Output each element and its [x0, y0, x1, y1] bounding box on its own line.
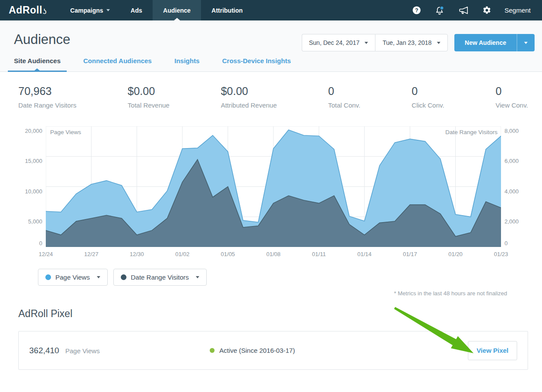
x-axis-tick-label: 01/23	[494, 251, 508, 257]
stat-value: 0	[496, 85, 528, 98]
pixel-status-text: Active (Since 2016-03-17)	[219, 347, 295, 354]
right-axis-labels: 8,0006,0004,0002,0000	[501, 126, 521, 247]
legend-label: Page Views	[55, 274, 90, 281]
nav-item-label: Attribution	[211, 7, 243, 14]
axis-tick-label: 8,000	[505, 128, 519, 134]
metrics-footnote: * Metrics in the last 48 hours are not f…	[20, 290, 507, 297]
nav-item-audience[interactable]: Audience	[153, 0, 201, 20]
axis-tick-label: 15,000	[25, 158, 42, 164]
adroll-logo[interactable]: AdRollʖ	[0, 0, 60, 20]
pixel-page-views-value: 362,410	[29, 346, 59, 355]
tab-label: Site Audiences	[14, 57, 61, 64]
tab-cross-device-insights[interactable]: Cross-Device Insights	[222, 57, 291, 71]
nav-item-label: Campaigns	[70, 7, 103, 14]
axis-tick-label: 4,000	[505, 188, 519, 195]
start-date-value: Sun, Dec 24, 2017	[309, 39, 360, 46]
pixel-page-views-label: Page Views	[65, 347, 100, 355]
nav-utilities: ? Segment	[412, 0, 542, 20]
tab-insights[interactable]: Insights	[174, 57, 200, 71]
chart-canvas	[46, 126, 501, 247]
active-tab-underline	[8, 71, 67, 72]
x-axis-labels: 12/2412/2712/3001/0201/0501/0801/1101/14…	[46, 247, 501, 258]
x-axis-tick-label: 01/14	[358, 251, 372, 257]
adroll-pixel-section: AdRoll Pixel 362,410 Page Views Active (…	[0, 297, 542, 370]
notifications-bell-icon[interactable]	[434, 5, 445, 16]
legend-page-views-dropdown[interactable]: Page Views	[38, 269, 108, 286]
pixel-status: Active (Since 2016-03-17)	[210, 347, 468, 354]
status-dot	[210, 348, 215, 353]
stat-total-revenue: $0.00 Total Revenue	[128, 85, 170, 109]
chevron-down-icon	[524, 42, 528, 44]
stat-value: 0	[412, 85, 444, 98]
settings-gear-icon[interactable]	[482, 6, 491, 15]
x-axis-tick-label: 01/02	[175, 251, 190, 257]
axis-tick-label: 20,000	[25, 128, 42, 134]
pixel-section-title: AdRoll Pixel	[18, 308, 528, 320]
stat-label: Attributed Revenue	[221, 101, 276, 109]
area-chart: 20,00015,00010,0005,0000 Page Views Date…	[20, 126, 521, 247]
stat-value: $0.00	[221, 85, 276, 98]
stat-label: Date Range Visitors	[18, 101, 76, 109]
x-axis-tick-label: 12/24	[39, 251, 53, 257]
axis-tick-label: 0	[505, 240, 508, 247]
chevron-down-icon	[437, 42, 440, 44]
pixel-page-views: 362,410 Page Views	[29, 346, 210, 355]
axis-tick-label: 6,000	[505, 158, 519, 164]
announcements-megaphone-icon[interactable]	[458, 5, 469, 16]
axis-tick-label: 0	[39, 240, 42, 247]
end-date-value: Tue, Jan 23, 2018	[382, 39, 431, 46]
axis-tick-label: 5,000	[28, 218, 42, 225]
tab-connected-audiences[interactable]: Connected Audiences	[83, 57, 152, 71]
nav-item-label: Audience	[163, 7, 191, 14]
end-date-picker[interactable]: Tue, Jan 23, 2018	[375, 34, 447, 51]
stat-total-conv: 0 Total Conv.	[328, 85, 360, 109]
account-name[interactable]: Segment	[505, 7, 531, 14]
nav-item-ads[interactable]: Ads	[120, 0, 153, 20]
chart-plot-area: Page Views Date Range Visitors	[46, 126, 501, 247]
stat-attributed-revenue: $0.00 Attributed Revenue	[221, 85, 276, 109]
page-header: Audience Sun, Dec 24, 2017 Tue, Jan 23, …	[0, 20, 542, 72]
nav-item-campaigns[interactable]: Campaigns	[60, 0, 120, 20]
tab-label: Connected Audiences	[83, 57, 152, 64]
tab-label: Cross-Device Insights	[222, 57, 291, 64]
x-axis-tick-label: 12/30	[130, 251, 144, 257]
primary-nav-items: Campaigns Ads Audience Attribution	[60, 0, 253, 20]
summary-stats-row: 70,963 Date Range Visitors $0.00 Total R…	[0, 72, 542, 120]
adroll-logo-text: AdRoll	[9, 4, 42, 16]
x-axis-tick-label: 01/05	[221, 251, 235, 257]
stat-view-conv: 0 View Conv.	[496, 85, 528, 109]
svg-text:?: ?	[415, 7, 419, 14]
date-range-picker: Sun, Dec 24, 2017 Tue, Jan 23, 2018	[302, 34, 448, 51]
new-audience-dropdown-button[interactable]	[517, 34, 535, 51]
start-date-picker[interactable]: Sun, Dec 24, 2017	[302, 34, 375, 51]
nav-item-label: Ads	[131, 7, 142, 14]
new-audience-button[interactable]: New Audience	[454, 34, 517, 51]
chevron-down-icon	[196, 276, 199, 278]
left-axis-labels: 20,00015,00010,0005,0000	[20, 126, 46, 247]
x-axis-tick-label: 01/11	[312, 251, 326, 257]
help-icon[interactable]: ?	[412, 6, 421, 15]
stat-label: Total Revenue	[128, 101, 170, 109]
chevron-down-icon	[97, 276, 100, 278]
right-axis-title: Date Range Visitors	[445, 129, 498, 135]
audience-tabs: Site Audiences Connected Audiences Insig…	[14, 57, 542, 71]
x-axis-tick-label: 12/27	[84, 251, 99, 257]
new-audience-split-button: New Audience	[454, 34, 535, 51]
axis-tick-label: 2,000	[505, 218, 519, 225]
pixel-status-card: 362,410 Page Views Active (Since 2016-03…	[18, 331, 528, 370]
adroll-logo-hook: ʖ	[43, 7, 47, 16]
view-pixel-button[interactable]: View Pixel	[468, 341, 517, 360]
stat-value: $0.00	[128, 85, 170, 98]
legend-label: Date Range Visitors	[131, 274, 189, 281]
nav-item-attribution[interactable]: Attribution	[201, 0, 253, 20]
top-nav: AdRollʖ Campaigns Ads Audience Attributi…	[0, 0, 542, 20]
left-axis-title: Page Views	[50, 129, 81, 135]
stat-click-conv: 0 Click Conv.	[412, 85, 444, 109]
date-range-visitors-series-dot	[121, 274, 126, 280]
tab-site-audiences[interactable]: Site Audiences	[14, 57, 61, 71]
tab-label: Insights	[174, 57, 200, 64]
active-tab-caret	[34, 68, 40, 71]
stat-value: 0	[328, 85, 360, 98]
stat-label: Click Conv.	[412, 101, 444, 109]
legend-date-range-visitors-dropdown[interactable]: Date Range Visitors	[113, 269, 207, 286]
